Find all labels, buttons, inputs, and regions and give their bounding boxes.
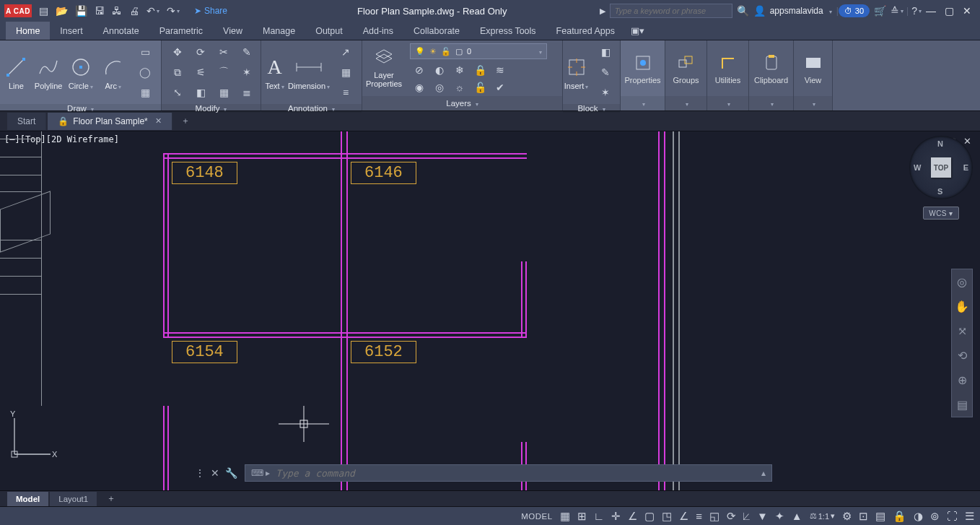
tab-start[interactable]: Start bbox=[7, 113, 46, 130]
otrack-icon[interactable]: ∠ bbox=[679, 510, 688, 523]
fillet-icon[interactable]: ⌒ bbox=[214, 64, 234, 81]
trial-badge[interactable]: ⏱ 30 bbox=[839, 4, 870, 17]
web-mobile-icon[interactable]: 🖧 bbox=[112, 5, 122, 17]
annomonitor-icon[interactable]: ▲ bbox=[792, 510, 802, 522]
zoom-extents-icon[interactable]: ⤧ bbox=[952, 318, 972, 343]
mirror-icon[interactable]: ⚟ bbox=[191, 64, 211, 81]
scale-icon[interactable]: ◧ bbox=[191, 84, 211, 101]
quickprops-icon[interactable]: ▤ bbox=[875, 510, 885, 523]
table-icon[interactable]: ▦ bbox=[336, 64, 356, 81]
saveas-icon[interactable]: 🖫 bbox=[95, 5, 105, 17]
tab-model[interactable]: Model bbox=[7, 492, 48, 506]
array-icon[interactable]: ▦ bbox=[214, 84, 234, 101]
laythw-icon[interactable]: ☼ bbox=[450, 79, 469, 95]
dynucs-icon[interactable]: ⟀ bbox=[743, 510, 750, 522]
tab-insert[interactable]: Insert bbox=[50, 22, 92, 40]
user-account[interactable]: 👤 appsmalavida bbox=[753, 5, 832, 17]
snap-toggle-icon[interactable]: ⊞ bbox=[577, 510, 587, 523]
tab-floorplan[interactable]: 🔒 Floor Plan Sample* ✕ bbox=[48, 113, 172, 130]
view-expand-icon[interactable] bbox=[811, 99, 815, 108]
open-icon[interactable]: 📂 bbox=[56, 5, 68, 17]
grid-toggle-icon[interactable]: ▦ bbox=[560, 510, 570, 523]
new-tab-button[interactable]: ＋ bbox=[174, 113, 197, 130]
drawing-area[interactable]: [–][Top][2D Wireframe] — ▢ ✕ bbox=[0, 131, 980, 490]
layon-icon[interactable]: ◉ bbox=[410, 79, 429, 95]
save-icon[interactable]: 💾 bbox=[75, 5, 87, 17]
filter-icon[interactable]: ▼ bbox=[757, 510, 768, 522]
isodraft-icon[interactable]: ∠ bbox=[628, 510, 637, 523]
pan-icon[interactable]: ✋ bbox=[952, 294, 972, 318]
block-expand-icon[interactable] bbox=[601, 104, 605, 113]
tab-annotate[interactable]: Annotate bbox=[93, 22, 149, 40]
orbit-icon[interactable]: ⟲ bbox=[952, 343, 972, 368]
groups-expand-icon[interactable] bbox=[684, 99, 688, 108]
panel-properties[interactable]: Properties bbox=[621, 40, 665, 110]
properties-expand-icon[interactable] bbox=[641, 99, 645, 108]
layer-properties-button[interactable]: Layer Properties bbox=[362, 43, 406, 88]
canvas[interactable]: 6148 6146 6154 6152 bbox=[0, 131, 980, 490]
modify-expand-icon[interactable] bbox=[222, 104, 227, 113]
showmotion-icon[interactable]: ⊕ bbox=[952, 368, 972, 392]
erase-icon[interactable]: ✎ bbox=[237, 43, 257, 61]
offset-icon[interactable]: ≣ bbox=[237, 84, 257, 101]
new-icon[interactable]: ▤ bbox=[39, 5, 48, 17]
hwacc-icon[interactable]: ⊚ bbox=[930, 510, 940, 523]
lineweight-icon[interactable]: ≡ bbox=[696, 510, 702, 522]
tab-manage[interactable]: Manage bbox=[253, 22, 305, 40]
panel-utilities[interactable]: Utilities bbox=[707, 40, 749, 110]
mtext-icon[interactable]: ≡ bbox=[336, 84, 356, 101]
trim-icon[interactable]: ✂ bbox=[214, 43, 234, 61]
search-icon[interactable]: 🔍 bbox=[737, 5, 749, 17]
insert-block-button[interactable]: Insert bbox=[563, 54, 590, 91]
attr-icon[interactable]: ✶ bbox=[595, 84, 616, 101]
layers-expand-icon[interactable] bbox=[474, 99, 478, 108]
panel-groups[interactable]: Groups bbox=[665, 40, 707, 110]
user-dropdown-icon[interactable] bbox=[828, 6, 832, 16]
layer-dropdown-icon[interactable] bbox=[538, 47, 542, 56]
cmd-customize-icon[interactable]: 🔧 bbox=[225, 467, 237, 479]
polar-toggle-icon[interactable]: ✛ bbox=[611, 510, 621, 523]
app-menu-button[interactable]: A CAD bbox=[4, 4, 32, 17]
maximize-button[interactable]: ▢ bbox=[945, 5, 954, 17]
tab-layout1[interactable]: Layout1 bbox=[50, 492, 97, 506]
tab-express[interactable]: Express Tools bbox=[470, 22, 546, 40]
laylck-icon[interactable]: 🔒 bbox=[471, 62, 489, 78]
line-button[interactable]: Line bbox=[0, 54, 32, 90]
gizmo-icon[interactable]: ✦ bbox=[775, 510, 784, 523]
copy-icon[interactable]: ⧉ bbox=[167, 64, 188, 81]
nav-options-icon[interactable]: ▤ bbox=[952, 392, 972, 417]
autodesk-app-icon[interactable]: ≙ bbox=[891, 5, 904, 17]
help-icon[interactable]: ? bbox=[911, 5, 922, 17]
ellipse-icon[interactable]: ◯ bbox=[135, 64, 155, 81]
cmd-close-icon[interactable]: ✕ bbox=[211, 467, 219, 479]
panel-view[interactable]: View bbox=[794, 40, 833, 110]
cycling-icon[interactable]: ⟳ bbox=[727, 510, 736, 523]
osnap-toggle-icon[interactable]: ▢ bbox=[644, 510, 655, 523]
wcs-selector[interactable]: WCS ▾ bbox=[923, 207, 959, 220]
draw-expand-icon[interactable] bbox=[89, 104, 94, 113]
layoff-icon[interactable]: ⊘ bbox=[410, 62, 429, 78]
workspace-icon[interactable]: ⚙ bbox=[842, 510, 852, 523]
explode-icon[interactable]: ✶ bbox=[237, 64, 257, 81]
hatch-icon[interactable]: ▦ bbox=[135, 84, 155, 101]
tab-output[interactable]: Output bbox=[305, 22, 353, 40]
tab-featured[interactable]: Featured Apps bbox=[546, 22, 625, 40]
create-block-icon[interactable]: ◧ bbox=[595, 43, 616, 61]
layfrz-icon[interactable]: ❄ bbox=[450, 62, 469, 78]
cart-icon[interactable]: 🛒 bbox=[874, 5, 886, 17]
command-input-box[interactable]: ⌨ ▸ ▴ bbox=[245, 464, 772, 482]
dimension-button[interactable]: Dimension bbox=[288, 54, 330, 91]
leader-icon[interactable]: ↗ bbox=[336, 43, 356, 61]
cleanscreen-icon[interactable]: ⛶ bbox=[947, 510, 958, 522]
layer-combo[interactable]: 💡 ☀ 🔓 ▢ 0 bbox=[410, 43, 547, 59]
plot-icon[interactable]: 🖨 bbox=[129, 5, 139, 17]
layuniso-icon[interactable]: ◎ bbox=[430, 79, 449, 95]
rotate-icon[interactable]: ⟳ bbox=[191, 43, 211, 61]
viewcube-face[interactable]: TOP bbox=[931, 157, 951, 178]
tab-collaborate[interactable]: Collaborate bbox=[403, 22, 470, 40]
polyline-button[interactable]: Polyline bbox=[32, 54, 65, 90]
viewcube-e[interactable]: E bbox=[963, 163, 968, 172]
rectangle-icon[interactable]: ▭ bbox=[135, 43, 155, 61]
tab-view[interactable]: View bbox=[213, 22, 253, 40]
transparency-icon[interactable]: ◱ bbox=[709, 510, 719, 523]
